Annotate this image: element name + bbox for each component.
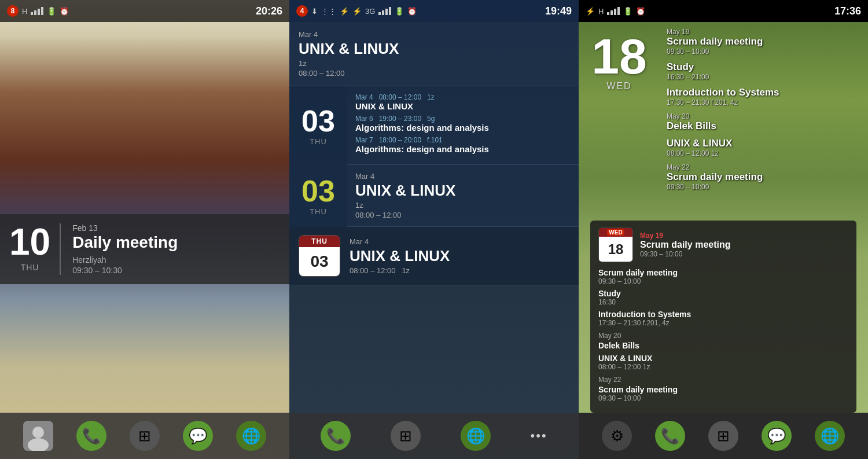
p3-event6-date: May 22 xyxy=(667,163,861,171)
phone2-dock-browser[interactable]: 🌐 xyxy=(461,421,491,451)
event2-sub2-title: Algorithms: design and analysis xyxy=(355,123,571,133)
event3-title: UNIX & LINUX xyxy=(355,182,571,200)
phone3-dock-apps[interactable]: ⊞ xyxy=(708,421,738,451)
event2-sub-events: Mar 4 08:00 – 12:00 1z UNIX & LINUX Mar … xyxy=(347,86,579,165)
phone2-dock-more[interactable]: ••• xyxy=(531,428,547,443)
dock-browser-button[interactable]: 🌐 xyxy=(236,421,266,451)
phone3-dock-message[interactable]: 💬 xyxy=(762,421,792,451)
p3-popup-event-3: Introduction to Systems 17:30 – 21:30 f.… xyxy=(598,310,848,327)
phone2-dock-apps[interactable]: ⊞ xyxy=(391,421,421,451)
phone2-time: 19:49 xyxy=(545,5,572,17)
phone2-dock: 📞 ⊞ 🌐 ••• xyxy=(289,413,579,459)
p3-popup-first-title: Scrum daily meeting xyxy=(640,240,731,250)
signal-h-icon: H xyxy=(22,7,27,16)
battery-icon: 🔋 xyxy=(47,7,56,16)
p3-popup-event1-time: 09:30 – 10:00 xyxy=(598,277,848,285)
phone3-dock-steering[interactable]: ⚙ xyxy=(602,421,632,451)
phone3-top-widget[interactable]: 18 WED May 19 Scrum daily meeting 09:30 … xyxy=(579,22,868,203)
phone2-dock-phone[interactable]: 📞 xyxy=(321,421,351,451)
phone2-signal-icon xyxy=(378,7,391,15)
phone3-dock-phone[interactable]: 📞 xyxy=(655,421,685,451)
event3-date: Mar 4 xyxy=(355,172,571,181)
phone3-signal-icon xyxy=(607,7,620,15)
3g-icon: 3G xyxy=(365,7,375,16)
event2-sub2-date: Mar 6 19:00 – 23:00 5g xyxy=(355,115,571,123)
p3-event-3: Introduction to Systems 17:30 – 21:30 f.… xyxy=(667,87,861,107)
event2-sub3-title: Algorithms: design and analysis xyxy=(355,144,571,154)
phone1-status-right: 20:26 xyxy=(256,5,282,17)
p3-popup-event-2: Study 16:30 xyxy=(598,289,848,306)
cal-event-time: 09:30 – 10:30 xyxy=(72,266,280,275)
event1-date: Mar 4 xyxy=(299,30,569,39)
phone3-popup-widget[interactable]: WED 18 May 19 Scrum daily meeting 09:30 … xyxy=(590,221,856,413)
event2-sub1: Mar 4 08:00 – 12:00 1z UNIX & LINUX xyxy=(355,93,571,111)
cal-day-number: 10 xyxy=(9,223,50,260)
bluetooth-icon: ⚡ xyxy=(352,7,362,16)
dock-message-button[interactable]: 💬 xyxy=(183,421,213,451)
phone1-status-bar: 8 H 🔋 ⏰ 20:26 xyxy=(0,0,289,22)
cal-event-title: Daily meeting xyxy=(72,234,280,252)
event3-date-block: 03 THU xyxy=(289,165,347,227)
event-block-2[interactable]: 03 THU Mar 4 08:00 – 12:00 1z UNIX & LIN… xyxy=(289,86,579,165)
menu-icon: ⋮⋮ xyxy=(321,7,336,16)
event2-sub2: Mar 6 19:00 – 23:00 5g Algorithms: desig… xyxy=(355,115,571,133)
event4-date: Mar 4 xyxy=(350,237,450,246)
event1-time: 08:00 – 12:00 xyxy=(299,69,569,78)
p3-popup-events-list: Scrum daily meeting 09:30 – 10:00 Study … xyxy=(598,268,848,402)
svg-point-1 xyxy=(28,438,49,451)
p3-event4-date: May 20 xyxy=(667,112,861,120)
p3-popup-event6-time: 09:30 – 10:00 xyxy=(598,394,848,402)
phone-1: 8 H 🔋 ⏰ 20:26 10 THU Feb 13 Daily meetin… xyxy=(0,0,289,459)
p3-event1-title: Scrum daily meeting xyxy=(667,36,861,47)
p3-event6-time: 09:30 – 10:00 xyxy=(667,183,861,191)
p3-popup-event5-name: UNIX & LINUX xyxy=(598,354,848,363)
p3-event2-time: 16:30 – 21:00 xyxy=(667,73,861,81)
usb-icon: ⚡ xyxy=(340,7,349,16)
phone2-battery-icon: 🔋 xyxy=(395,7,404,16)
event1-meta: 1z xyxy=(299,59,569,68)
p3-popup-cal-badge: WED xyxy=(607,229,624,236)
event4-info: Mar 4 UNIX & LINUX 08:00 – 12:00 1z xyxy=(350,237,450,275)
event2-sub1-date: Mar 4 08:00 – 12:00 1z xyxy=(355,93,571,101)
event4-time-meta: 08:00 – 12:00 1z xyxy=(350,266,450,275)
p3-popup-event3-name: Introduction to Systems xyxy=(598,310,848,319)
cal-icon-box: THU 03 xyxy=(299,235,340,277)
event3-time: 08:00 – 12:00 xyxy=(355,211,571,219)
phone3-h-icon: H xyxy=(598,7,604,16)
phone1-status-left: 8 H 🔋 ⏰ xyxy=(7,5,69,17)
event2-sub3-date: Mar 7 18:00 – 20:00 f.101 xyxy=(355,136,571,144)
p3-popup-event1-name: Scrum daily meeting xyxy=(598,268,848,277)
p3-event-6: May 22 Scrum daily meeting 09:30 – 10:00 xyxy=(667,163,861,191)
p3-event4-title: Delek Bills xyxy=(667,120,861,132)
event2-sub1-title: UNIX & LINUX xyxy=(355,101,571,111)
phone2-notification-badge: 4 xyxy=(296,5,308,17)
cal-date-block: 10 THU xyxy=(9,223,50,272)
cal-event-date: Feb 13 xyxy=(72,223,280,233)
p3-popup-event-4: Delek Bills xyxy=(598,341,848,350)
p3-popup-event2-name: Study xyxy=(598,289,848,298)
p3-date-column: 18 WED xyxy=(579,22,660,203)
event2-day-name: THU xyxy=(310,137,327,146)
p3-popup-cal-header: WED xyxy=(599,228,632,237)
dock-apps-button[interactable]: ⊞ xyxy=(130,421,160,451)
p3-event5-title: UNIX & LINUX xyxy=(667,138,861,149)
p3-popup-date-label-may20: May 20 xyxy=(598,332,848,340)
phone1-calendar-widget[interactable]: 10 THU Feb 13 Daily meeting Herzliyah 09… xyxy=(0,214,289,284)
p3-popup-first-time: 09:30 – 10:00 xyxy=(640,250,731,258)
p3-popup-event-6: Scrum daily meeting 09:30 – 10:00 xyxy=(598,385,848,402)
p3-popup-event-1: Scrum daily meeting 09:30 – 10:00 xyxy=(598,268,848,285)
phone3-dock-browser[interactable]: 🌐 xyxy=(815,421,845,451)
p3-popup-header: WED 18 May 19 Scrum daily meeting 09:30 … xyxy=(598,227,848,262)
event4-title: UNIX & LINUX xyxy=(350,247,450,265)
phone1-dock: 📞 ⊞ 💬 🌐 xyxy=(0,413,289,459)
event-block-4[interactable]: THU 03 Mar 4 UNIX & LINUX 08:00 – 12:00 … xyxy=(289,227,579,285)
p3-event5-time: 08:00 – 12:00 1z xyxy=(667,149,861,157)
event-block-1[interactable]: Mar 4 UNIX & LINUX 1z 08:00 – 12:00 xyxy=(289,22,579,86)
event2-day-num: 03 xyxy=(301,106,335,136)
p3-event-2: Study 16:30 – 21:00 xyxy=(667,61,861,81)
event2-sub3: Mar 7 18:00 – 20:00 f.101 Algorithms: de… xyxy=(355,136,571,154)
p3-popup-event2-time: 16:30 xyxy=(598,298,848,306)
dock-phone-button[interactable]: 📞 xyxy=(76,421,106,451)
event-block-3[interactable]: 03 THU Mar 4 UNIX & LINUX 1z 08:00 – 12:… xyxy=(289,165,579,227)
dock-avatar[interactable] xyxy=(23,421,53,451)
